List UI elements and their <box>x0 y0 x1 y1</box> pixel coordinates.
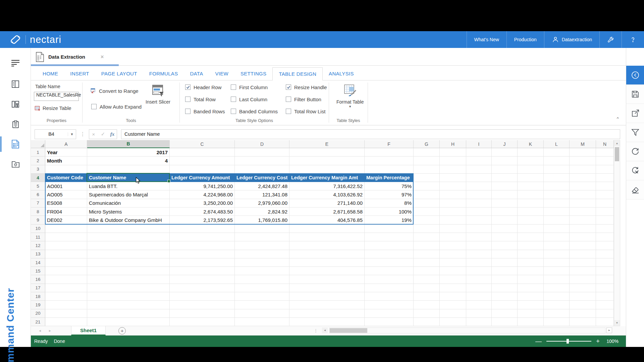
cell-F16[interactable] <box>365 275 414 284</box>
row-header-7[interactable]: 7 <box>31 199 45 207</box>
cell-J20[interactable] <box>492 309 518 318</box>
cell-H8[interactable] <box>440 207 466 216</box>
cell-J5[interactable] <box>492 182 518 190</box>
cell-N16[interactable] <box>596 275 614 284</box>
cell-F4[interactable]: Margin Percentage <box>365 174 414 182</box>
cell-A1[interactable]: Year <box>45 148 87 157</box>
first-column-checkbox[interactable]: First Column <box>231 83 278 91</box>
cell-C8[interactable]: 2,674,483.50 <box>170 207 235 216</box>
sidebar-notebook-button[interactable] <box>0 76 31 93</box>
cell-I18[interactable] <box>466 292 492 301</box>
cell-B9[interactable]: Bike & Outdoor Company GmbH <box>87 216 170 224</box>
cell-L11[interactable] <box>544 233 570 241</box>
row-header-19[interactable]: 19 <box>31 301 45 309</box>
cell-M2[interactable] <box>570 157 596 165</box>
cell-G13[interactable] <box>414 250 440 258</box>
cell-A2[interactable]: Month <box>45 157 87 165</box>
cell-K8[interactable] <box>518 207 544 216</box>
resize-handle-checkbox[interactable]: Resize Handle <box>286 83 327 91</box>
cell-J15[interactable] <box>492 267 518 275</box>
cell-A20[interactable] <box>45 309 87 318</box>
cell-I3[interactable] <box>466 165 492 174</box>
cell-E21[interactable] <box>289 318 365 326</box>
cell-J10[interactable] <box>492 225 518 233</box>
cell-G3[interactable] <box>414 165 440 174</box>
cell-J4[interactable] <box>492 174 518 182</box>
cell-E17[interactable] <box>289 284 365 292</box>
cell-K7[interactable] <box>518 199 544 207</box>
cell-E14[interactable] <box>289 258 365 267</box>
cell-N20[interactable] <box>596 309 614 318</box>
cell-B16[interactable] <box>87 275 170 284</box>
cell-D21[interactable] <box>235 318 289 326</box>
cell-M8[interactable] <box>570 207 596 216</box>
cell-H11[interactable] <box>440 233 466 241</box>
ribbon-tab-formulas[interactable]: FORMULAS <box>143 67 184 80</box>
close-tab-icon[interactable]: × <box>101 54 104 60</box>
cell-I12[interactable] <box>466 241 492 250</box>
cell-M3[interactable] <box>570 165 596 174</box>
cell-B20[interactable] <box>87 309 170 318</box>
scroll-down-icon[interactable]: ▼ <box>614 320 620 326</box>
cell-D17[interactable] <box>235 284 289 292</box>
cell-D9[interactable]: 1,769,015.80 <box>235 216 289 224</box>
cell-F6[interactable]: 97% <box>365 190 414 199</box>
cell-H10[interactable] <box>440 225 466 233</box>
select-all-corner[interactable] <box>31 140 45 148</box>
cell-G2[interactable] <box>414 157 440 165</box>
cell-E9[interactable]: 404,576.85 <box>289 216 365 224</box>
cell-D5[interactable]: 2,424,827.48 <box>235 182 289 190</box>
format-table-dropdown-icon[interactable]: ▼ <box>348 105 352 108</box>
tool-share-button[interactable] <box>626 104 644 123</box>
banded-rows-checkbox[interactable]: Banded Rows <box>185 107 225 115</box>
cell-F19[interactable] <box>365 301 414 309</box>
cell-N13[interactable] <box>596 250 614 258</box>
cell-H15[interactable] <box>440 267 466 275</box>
cell-C14[interactable] <box>170 258 235 267</box>
cell-L5[interactable] <box>544 182 570 190</box>
cell-F13[interactable] <box>365 250 414 258</box>
cell-E16[interactable] <box>289 275 365 284</box>
zoom-slider[interactable] <box>546 341 591 342</box>
cell-L19[interactable] <box>544 301 570 309</box>
cell-D7[interactable]: 2,979,060.00 <box>235 199 289 207</box>
cell-E1[interactable] <box>289 148 365 157</box>
scroll-right-icon[interactable]: ► <box>606 327 612 333</box>
cell-L7[interactable] <box>544 199 570 207</box>
cell-D2[interactable] <box>235 157 289 165</box>
cell-K17[interactable] <box>518 284 544 292</box>
cell-B14[interactable] <box>87 258 170 267</box>
cell-E8[interactable]: 2,671,658.58 <box>289 207 365 216</box>
cell-J14[interactable] <box>492 258 518 267</box>
cell-L21[interactable] <box>544 318 570 326</box>
cell-C19[interactable] <box>170 301 235 309</box>
cell-D16[interactable] <box>235 275 289 284</box>
cell-A10[interactable] <box>45 225 87 233</box>
cell-B1[interactable]: 2017 <box>87 148 170 157</box>
cell-G14[interactable] <box>414 258 440 267</box>
cell-A11[interactable] <box>45 233 87 241</box>
tool-refresh-button[interactable] <box>626 142 644 161</box>
cell-B18[interactable] <box>87 292 170 301</box>
cell-H1[interactable] <box>440 148 466 157</box>
column-header-K[interactable]: K <box>518 140 544 148</box>
table-name-input[interactable]: NECTABLE_SalesRe <box>34 92 79 101</box>
cell-I5[interactable] <box>466 182 492 190</box>
cell-F18[interactable] <box>365 292 414 301</box>
cell-H16[interactable] <box>440 275 466 284</box>
row-header-11[interactable]: 11 <box>31 233 45 241</box>
cell-G1[interactable] <box>414 148 440 157</box>
cell-B5[interactable]: Luanda BTT. <box>87 182 170 190</box>
row-header-15[interactable]: 15 <box>31 267 45 275</box>
cell-D6[interactable]: 121,341.08 <box>235 190 289 199</box>
cell-D20[interactable] <box>235 309 289 318</box>
cell-I19[interactable] <box>466 301 492 309</box>
cell-M15[interactable] <box>570 267 596 275</box>
cell-H14[interactable] <box>440 258 466 267</box>
cell-K21[interactable] <box>518 318 544 326</box>
row-header-2[interactable]: 2 <box>31 157 45 165</box>
cell-G5[interactable] <box>414 182 440 190</box>
tool-collapse-panel-button[interactable] <box>626 66 644 85</box>
sidebar-menu-button[interactable] <box>0 55 31 71</box>
row-header-8[interactable]: 8 <box>31 207 45 216</box>
